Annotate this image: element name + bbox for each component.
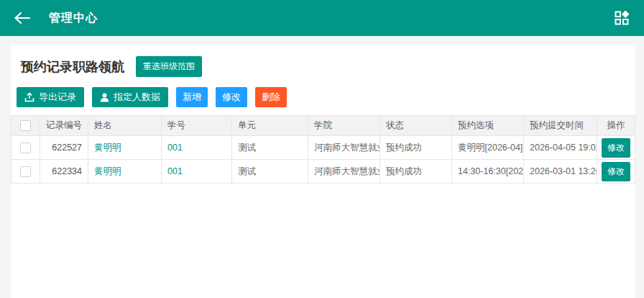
export-records-button[interactable]: 导出记录 <box>17 87 84 107</box>
add-button[interactable]: 新增 <box>176 87 208 107</box>
cell-student-no-link[interactable]: 001 <box>167 166 183 176</box>
toolbar: 导出记录 指定人数据 新增 修改 删除 <box>11 86 635 115</box>
row-edit-button[interactable]: 修改 <box>602 138 630 158</box>
assign-person-data-label: 指定人数据 <box>114 91 160 104</box>
records-table: 记录编号 姓名 学号 单元 学院 状态 预约选项 预约提交时间 操作 62252… <box>11 115 635 184</box>
cell-option: 黄明明[2026-04](2 <box>452 136 524 160</box>
person-icon <box>100 93 109 102</box>
cell-status: 预约成功 <box>380 160 452 184</box>
cell-status: 预约成功 <box>380 136 452 160</box>
table-header-row: 记录编号 姓名 学号 单元 学院 状态 预约选项 预约提交时间 操作 <box>12 116 635 136</box>
export-icon <box>24 92 34 102</box>
header-name: 姓名 <box>88 116 162 136</box>
cell-record-no: 622334 <box>40 160 88 184</box>
cell-name-link[interactable]: 黄明明 <box>94 166 121 176</box>
reselect-class-range-button[interactable]: 重选班级范围 <box>136 56 202 77</box>
cell-unit: 测试 <box>232 160 308 184</box>
back-arrow-icon <box>14 12 31 24</box>
cell-name-link[interactable]: 黄明明 <box>94 143 121 153</box>
cell-college: 河南师大智慧就业 <box>308 136 380 160</box>
row-checkbox[interactable] <box>20 166 31 177</box>
row-edit-button[interactable]: 修改 <box>602 162 630 181</box>
cell-record-no: 622527 <box>40 136 88 160</box>
back-button[interactable] <box>13 10 32 26</box>
table-row: 622334 黄明明 001 测试 河南师大智慧就业 预约成功 14:30-16… <box>12 160 635 184</box>
header-option: 预约选项 <box>452 116 524 136</box>
title-row: 预约记录职路领航 重选班级范围 <box>11 45 635 86</box>
content-card: 预约记录职路领航 重选班级范围 导出记录 指定人数据 新增 <box>11 45 635 298</box>
delete-button[interactable]: 删除 <box>255 87 287 107</box>
page-title: 预约记录职路领航 <box>21 58 124 76</box>
table-row: 622527 黄明明 001 测试 河南师大智慧就业 预约成功 黄明明[2026… <box>12 136 635 160</box>
export-records-label: 导出记录 <box>39 91 76 104</box>
header-status: 状态 <box>380 116 452 136</box>
assign-person-data-button[interactable]: 指定人数据 <box>92 87 168 107</box>
edit-button[interactable]: 修改 <box>216 87 247 107</box>
cell-submit-time: 2026-04-05 19:02 <box>524 136 597 160</box>
cell-student-no-link[interactable]: 001 <box>167 143 183 153</box>
select-all-checkbox[interactable] <box>20 120 31 131</box>
header-actions: 操作 <box>597 116 635 136</box>
cell-option: 14:30-16:30[2026 <box>452 160 524 184</box>
header-record-no: 记录编号 <box>40 116 88 136</box>
apps-menu-button[interactable] <box>614 10 630 26</box>
top-bar: 管理中心 <box>0 0 644 36</box>
header-college: 学院 <box>308 116 380 136</box>
header-unit: 单元 <box>232 116 308 136</box>
app-title: 管理中心 <box>49 11 98 26</box>
apps-grid-icon <box>614 10 630 26</box>
cell-submit-time: 2026-03-01 13:26 <box>524 160 597 184</box>
header-submit-time: 预约提交时间 <box>524 116 597 136</box>
cell-unit: 测试 <box>232 136 308 160</box>
cell-college: 河南师大智慧就业 <box>308 160 380 184</box>
row-checkbox[interactable] <box>20 143 31 153</box>
header-student-no: 学号 <box>162 116 232 136</box>
